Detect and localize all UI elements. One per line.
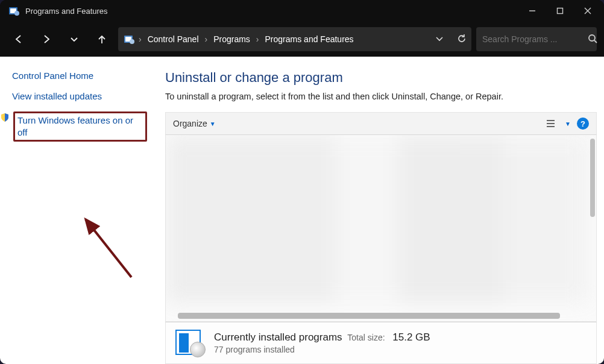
sidebar-home-link[interactable]: Control Panel Home xyxy=(12,70,147,82)
shield-icon xyxy=(0,113,10,122)
chevron-right-icon: › xyxy=(205,34,208,44)
footer-size-label: Total size: xyxy=(347,333,385,342)
breadcrumb-mid[interactable]: Programs xyxy=(210,34,254,44)
chevron-right-icon: › xyxy=(139,34,142,44)
program-list[interactable] xyxy=(165,135,597,322)
svg-point-10 xyxy=(130,39,134,44)
sidebar: Control Panel Home View installed update… xyxy=(0,57,152,364)
list-toolbar: Organize ▼ ▼ ? xyxy=(165,112,597,135)
footer-title: Currently installed programs xyxy=(214,331,342,343)
search-icon xyxy=(588,34,597,45)
window-title: Programs and Features xyxy=(25,7,518,16)
window: Programs and Features › Control Panel › … xyxy=(0,0,604,364)
svg-point-11 xyxy=(589,35,595,41)
page-description: To uninstall a program, select it from t… xyxy=(165,92,597,101)
vertical-scrollbar[interactable] xyxy=(590,139,595,217)
forward-button[interactable] xyxy=(35,28,58,51)
navbar: › Control Panel › Programs › Programs an… xyxy=(0,22,604,57)
chevron-right-icon: › xyxy=(256,34,259,44)
sidebar-updates-link[interactable]: View installed updates xyxy=(12,90,147,102)
refresh-button[interactable] xyxy=(457,34,467,45)
address-icon xyxy=(123,33,136,45)
up-button[interactable] xyxy=(90,28,113,51)
svg-line-13 xyxy=(86,219,131,277)
blurred-list-content xyxy=(166,135,589,303)
search-input[interactable] xyxy=(482,34,588,44)
minimize-button[interactable] xyxy=(518,0,546,22)
status-footer: Currently installed programs Total size:… xyxy=(165,322,597,364)
page-heading: Uninstall or change a program xyxy=(165,70,597,86)
annotation-arrow xyxy=(77,211,149,283)
close-button[interactable] xyxy=(574,0,602,22)
address-history-dropdown[interactable] xyxy=(435,34,444,45)
breadcrumb-root[interactable]: Control Panel xyxy=(144,34,203,44)
organize-menu[interactable]: Organize ▼ xyxy=(173,119,216,128)
app-icon xyxy=(8,5,20,16)
programs-icon xyxy=(174,328,206,357)
breadcrumb-leaf[interactable]: Programs and Features xyxy=(262,34,357,44)
titlebar: Programs and Features xyxy=(0,0,604,22)
address-bar[interactable]: › Control Panel › Programs › Programs an… xyxy=(118,27,471,51)
content: Control Panel Home View installed update… xyxy=(0,57,604,364)
view-options-button[interactable] xyxy=(544,116,559,131)
svg-line-12 xyxy=(594,40,597,43)
svg-rect-4 xyxy=(558,8,563,14)
recent-dropdown[interactable] xyxy=(63,28,86,51)
sidebar-windows-features-link[interactable]: Turn Windows features on or off xyxy=(13,111,147,142)
footer-size-value: 15.2 GB xyxy=(392,331,430,343)
dropdown-caret-icon[interactable]: ▼ xyxy=(565,121,571,127)
help-button[interactable]: ? xyxy=(577,118,589,130)
footer-count: 77 programs installed xyxy=(214,345,430,354)
dropdown-caret-icon: ▼ xyxy=(210,121,216,127)
svg-point-2 xyxy=(14,11,19,16)
maximize-button[interactable] xyxy=(546,0,574,22)
horizontal-scrollbar[interactable] xyxy=(178,313,560,319)
window-controls xyxy=(518,0,602,22)
main-panel: Uninstall or change a program To uninsta… xyxy=(152,57,604,364)
back-button[interactable] xyxy=(7,28,30,51)
search-box[interactable] xyxy=(476,27,597,51)
organize-label: Organize xyxy=(173,119,207,128)
